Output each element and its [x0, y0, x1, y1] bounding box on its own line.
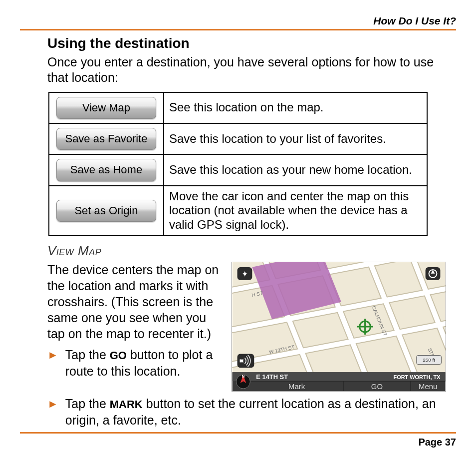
option-desc: Save this location as your new home loca… [164, 154, 427, 185]
set-origin-button[interactable]: Set as Origin [56, 200, 156, 222]
scale-bar: 250 ft [417, 356, 442, 365]
section-title: Using the destination [47, 35, 456, 51]
map-go-button: GO [371, 383, 383, 391]
bullet-text: Tap the GO button to plot a route to thi… [65, 347, 222, 379]
map-street-main: E 14TH ST [256, 373, 288, 381]
speaker-icon [238, 354, 254, 368]
option-desc: Save this location to your list of favor… [164, 123, 427, 154]
map-screenshot: H ST W 13TH ST CALHOUN ST STE ✦ [232, 262, 446, 392]
map-mark-button: Mark [288, 383, 305, 391]
top-rule [20, 29, 456, 30]
svg-text:250 ft: 250 ft [423, 358, 435, 363]
table-row: Set as Origin Move the car icon and cent… [49, 186, 427, 236]
viewmap-heading: View Map [47, 243, 456, 259]
header-right: How Do I Use It? [20, 15, 456, 29]
page-number: Page 37 [20, 437, 456, 448]
save-home-button[interactable]: Save as Home [56, 159, 156, 181]
viewmap-body: The device centers the map on the locati… [47, 262, 222, 342]
svg-text:✦: ✦ [241, 270, 248, 278]
bullet-text: Tap the MARK button to set the current l… [65, 396, 456, 428]
svg-rect-26 [240, 360, 242, 363]
save-favorite-button[interactable]: Save as Favorite [56, 128, 156, 150]
option-desc: Move the car icon and center the map on … [164, 186, 427, 236]
options-table: View Map See this location on the map. S… [48, 92, 428, 237]
svg-text:N: N [242, 374, 245, 379]
map-city-label: FORT WORTH, TX [394, 374, 441, 380]
section-intro: Once you enter a destination, you have s… [47, 54, 456, 86]
bullet-icon: ► [47, 348, 58, 363]
map-menu-button: Menu [419, 383, 437, 391]
orientation-icon [426, 267, 441, 280]
svg-rect-21 [426, 267, 441, 280]
option-desc: See this location on the map. [164, 92, 427, 123]
table-row: View Map See this location on the map. [49, 92, 427, 123]
bullet-icon: ► [47, 397, 58, 412]
back-icon: ✦ [238, 267, 252, 280]
table-row: Save as Favorite Save this location to y… [49, 123, 427, 154]
view-map-button[interactable]: View Map [56, 97, 156, 119]
bottom-rule [20, 432, 456, 434]
table-row: Save as Home Save this location as your … [49, 154, 427, 185]
